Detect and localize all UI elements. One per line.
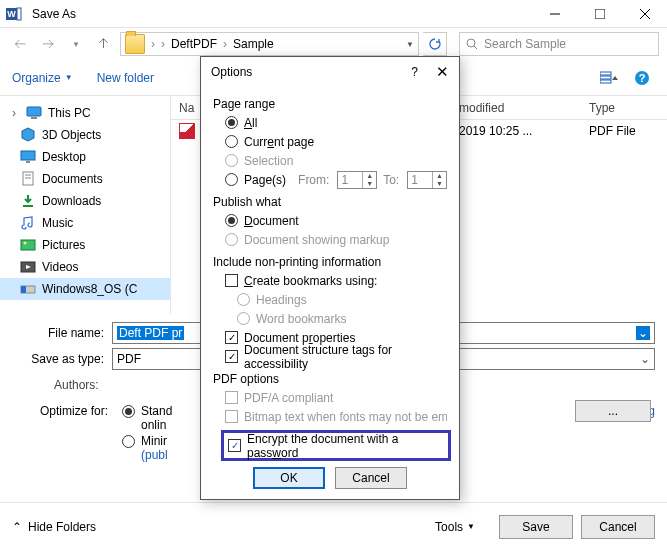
- tree-desktop[interactable]: Desktop: [0, 146, 170, 168]
- tools-button[interactable]: Tools▼: [435, 520, 475, 534]
- options-button[interactable]: ...: [575, 400, 651, 422]
- tree-this-pc[interactable]: › This PC: [0, 102, 170, 124]
- radio-icon: [225, 154, 238, 167]
- page-from-input[interactable]: 1▲▼: [337, 171, 377, 189]
- dialog-titlebar: Options ? ✕: [201, 57, 459, 87]
- options-dialog: Options ? ✕ Page range All Current page …: [200, 56, 460, 500]
- back-button[interactable]: 🡠: [8, 32, 32, 56]
- downloads-icon: [20, 193, 36, 209]
- svg-rect-9: [600, 72, 611, 75]
- pictures-icon: [20, 237, 36, 253]
- hide-folders-button[interactable]: ⌃ Hide Folders: [12, 520, 96, 534]
- checkbox-icon: [225, 410, 238, 423]
- optimize-label: Optimize for:: [40, 404, 114, 462]
- tree-label: This PC: [48, 106, 91, 120]
- path-segment[interactable]: DeftPDF: [171, 37, 217, 51]
- radio-selection: Selection: [225, 151, 447, 170]
- radio-icon: [225, 233, 238, 246]
- checkbox-icon: [225, 391, 238, 404]
- svg-rect-4: [595, 9, 605, 19]
- tree-music[interactable]: Music: [0, 212, 170, 234]
- folder-icon: [125, 34, 145, 54]
- radio-icon[interactable]: [122, 435, 135, 448]
- filename-label: File name:: [12, 326, 112, 340]
- radio-icon: [237, 312, 250, 325]
- help-button[interactable]: ?: [629, 65, 655, 91]
- optimize-standard[interactable]: Standonlin: [122, 404, 172, 432]
- new-folder-button[interactable]: New folder: [97, 71, 154, 85]
- minimize-button[interactable]: [532, 0, 577, 28]
- section-publish-what: Publish what: [213, 195, 447, 209]
- checkbox-icon[interactable]: [225, 350, 238, 363]
- chevron-right-icon: ›: [161, 37, 165, 51]
- close-button[interactable]: [622, 0, 667, 28]
- page-to-input[interactable]: 1▲▼: [407, 171, 447, 189]
- tree-pictures[interactable]: Pictures: [0, 234, 170, 256]
- section-page-range: Page range: [213, 97, 447, 111]
- forward-button[interactable]: 🡢: [36, 32, 60, 56]
- col-date[interactable]: modified: [451, 101, 581, 115]
- radio-icon[interactable]: [225, 214, 238, 227]
- radio-headings: Headings: [237, 290, 447, 309]
- window-title: Save As: [32, 7, 76, 21]
- organize-button[interactable]: Organize▼: [12, 71, 73, 85]
- check-bookmarks[interactable]: Create bookmarks using:: [225, 271, 447, 290]
- savetype-label: Save as type:: [12, 352, 112, 366]
- recent-dropdown[interactable]: ▼: [64, 32, 88, 56]
- tree-os-drive[interactable]: Windows8_OS (C: [0, 278, 170, 300]
- search-input[interactable]: Search Sample: [459, 32, 659, 56]
- close-icon[interactable]: ✕: [436, 63, 449, 81]
- svg-line-8: [474, 46, 477, 49]
- radio-icon[interactable]: [225, 116, 238, 129]
- tree-documents[interactable]: Documents: [0, 168, 170, 190]
- radio-icon[interactable]: [225, 173, 238, 186]
- radio-pages[interactable]: Page(s) From: 1▲▼ To: 1▲▼: [225, 170, 447, 189]
- checkbox-icon[interactable]: [225, 274, 238, 287]
- dialog-title: Options: [211, 65, 411, 79]
- svg-rect-26: [21, 286, 26, 293]
- svg-rect-16: [21, 151, 35, 160]
- radio-icon[interactable]: [225, 135, 238, 148]
- check-bitmap-text: Bitmap text when fonts may not be embedd…: [225, 407, 447, 426]
- save-button[interactable]: Save: [499, 515, 573, 539]
- radio-icon: [237, 293, 250, 306]
- view-button[interactable]: [597, 65, 623, 91]
- pc-icon: [26, 105, 42, 121]
- chevron-right-icon[interactable]: ›: [8, 106, 20, 120]
- pdf-file-icon: [179, 123, 195, 139]
- svg-rect-10: [600, 76, 611, 79]
- section-nonprint: Include non-printing information: [213, 255, 447, 269]
- radio-word-bookmarks: Word bookmarks: [237, 309, 447, 328]
- refresh-button[interactable]: [423, 32, 447, 56]
- radio-document[interactable]: Document: [225, 211, 447, 230]
- music-icon: [20, 215, 36, 231]
- tree-downloads[interactable]: Downloads: [0, 190, 170, 212]
- col-type[interactable]: Type: [581, 101, 667, 115]
- radio-current-page[interactable]: Current page: [225, 132, 447, 151]
- up-button[interactable]: 🡡: [92, 32, 116, 56]
- address-dropdown[interactable]: ▼: [406, 40, 414, 49]
- ok-button[interactable]: OK: [253, 467, 325, 489]
- cancel-button[interactable]: Cancel: [581, 515, 655, 539]
- check-structure-tags[interactable]: Document structure tags for accessibilit…: [225, 347, 447, 366]
- check-encrypt[interactable]: Encrypt the document with a password: [228, 436, 444, 455]
- documents-icon: [20, 171, 36, 187]
- dialog-cancel-button[interactable]: Cancel: [335, 467, 407, 489]
- help-button[interactable]: ?: [411, 65, 418, 79]
- 3d-objects-icon: [20, 127, 36, 143]
- search-placeholder: Search Sample: [484, 37, 566, 51]
- footer: ⌃ Hide Folders Tools▼ Save Cancel: [0, 502, 667, 550]
- svg-rect-14: [27, 107, 41, 116]
- path-segment[interactable]: Sample: [233, 37, 274, 51]
- encrypt-highlight: Encrypt the document with a password: [221, 430, 451, 461]
- tree-3d-objects[interactable]: 3D Objects: [0, 124, 170, 146]
- checkbox-icon[interactable]: [228, 439, 241, 452]
- maximize-button[interactable]: [577, 0, 622, 28]
- tree-videos[interactable]: Videos: [0, 256, 170, 278]
- address-bar[interactable]: › › DeftPDF › Sample ▼: [120, 32, 419, 56]
- authors-label: Authors:: [54, 378, 112, 392]
- checkbox-icon[interactable]: [225, 331, 238, 344]
- radio-icon[interactable]: [122, 405, 135, 418]
- optimize-minimum[interactable]: Minir(publ: [122, 434, 172, 462]
- radio-all[interactable]: All: [225, 113, 447, 132]
